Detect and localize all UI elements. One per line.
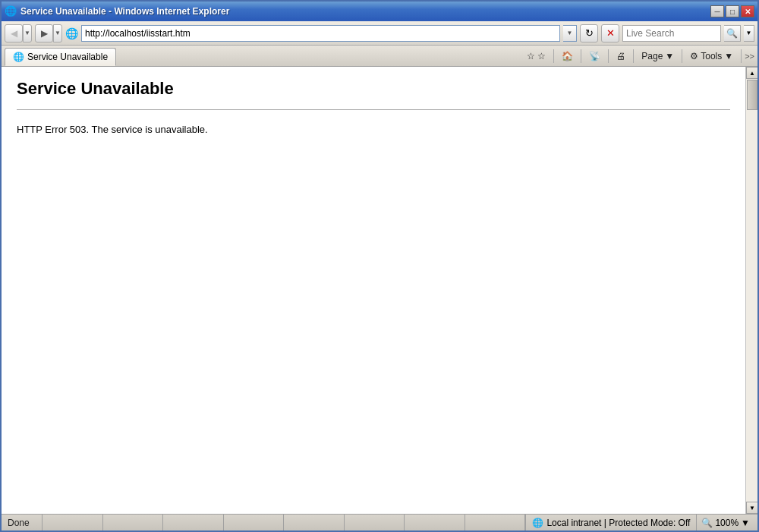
print-button[interactable]: 🖨 [612,48,630,65]
page-dropdown-icon: ▼ [665,51,674,61]
status-segment-8 [465,515,526,530]
toolbar-separator-4 [633,49,634,63]
address-bar-container: 🌐 ▼ [65,25,577,42]
tab-bar-right: ☆ ☆ 🏠 📡 🖨 Page ▼ ⚙ Tools [522,48,754,66]
search-input[interactable] [622,25,721,42]
content-area: Service Unavailable HTTP Error 503. The … [2,67,757,514]
toolbar-separator-6 [741,49,742,63]
status-segment-6 [344,515,405,530]
status-segment-1 [42,515,103,530]
status-segment-4 [223,515,285,530]
tools-icon: ⚙ [690,51,698,61]
favorites-star2-icon: ☆ [537,51,546,61]
zoom-icon: 🔍 [701,518,713,528]
search-button[interactable]: 🔍 [724,25,741,42]
title-bar-buttons: ─ □ ✕ [710,5,754,17]
browser-icon: 🌐 [5,5,17,17]
tools-dropdown-icon: ▼ [724,51,733,61]
toolbar-expand[interactable]: >> [745,52,754,61]
scrollbar-track-area [746,111,757,502]
address-dropdown[interactable]: ▼ [563,25,577,42]
scrollbar-down-arrow[interactable]: ▼ [746,502,757,514]
security-globe-icon: 🌐 [532,518,543,528]
tab-label: Service Unavailable [27,52,108,62]
status-segment-5 [283,515,345,530]
error-text: HTTP Error 503. The service is unavailab… [17,124,730,135]
status-segment-7 [404,515,465,530]
content-divider [17,109,730,110]
title-bar-left: 🌐 Service Unavailable - Windows Internet… [5,5,229,17]
toolbar-separator-3 [608,49,609,63]
status-segment-3 [162,515,224,530]
home-button[interactable]: 🏠 [557,48,578,65]
toolbar-separator-5 [682,49,682,63]
status-segments [43,515,525,530]
tab-bar-left: 🌐 Service Unavailable [5,48,116,66]
favorites-button[interactable]: ☆ ☆ [522,48,550,65]
window-title: Service Unavailable - Windows Internet E… [20,6,229,17]
zoom-text: 100% [715,518,739,528]
status-security: 🌐 Local intranet | Protected Mode: Off [525,515,696,530]
scrollbar[interactable]: ▲ ▼ [745,67,757,514]
close-button[interactable]: ✕ [741,5,754,17]
tab-bar: 🌐 Service Unavailable ☆ ☆ 🏠 📡 🖨 [2,46,757,67]
print-icon: 🖨 [616,51,625,61]
zoom-dropdown-icon[interactable]: ▼ [741,518,750,528]
maximize-button[interactable]: □ [726,5,739,17]
feeds-button[interactable]: 📡 [584,48,605,65]
status-text: Done [5,518,43,528]
page-title: Service Unavailable [17,79,730,99]
content-body: Service Unavailable HTTP Error 503. The … [2,67,745,514]
page-button[interactable]: Page ▼ [637,48,679,65]
address-input[interactable] [81,25,560,42]
address-icon: 🌐 [65,27,78,39]
minimize-button[interactable]: ─ [710,5,724,17]
scrollbar-thumb[interactable] [747,80,757,110]
nav-bar: ◀ ▼ ▶ ▼ 🌐 ▼ ↻ ✕ 🔍 ▼ [2,21,757,46]
title-bar: 🌐 Service Unavailable - Windows Internet… [2,2,757,21]
forward-dropdown[interactable]: ▼ [53,24,62,42]
home-icon: 🏠 [562,51,573,61]
refresh-button[interactable]: ↻ [580,24,598,42]
favorites-star-icon: ☆ [527,51,535,61]
status-bar: Done 🌐 Local intranet | Protected Mode: … [2,514,757,530]
tools-label: Tools [701,51,722,61]
stop-button[interactable]: ✕ [601,24,619,42]
tools-button[interactable]: ⚙ Tools ▼ [685,48,738,65]
back-button[interactable]: ◀ [5,24,23,42]
tab-service-unavailable[interactable]: 🌐 Service Unavailable [5,48,116,66]
browser-window: 🌐 Service Unavailable - Windows Internet… [0,0,759,532]
toolbar-separator-2 [581,49,581,63]
feeds-icon: 📡 [589,51,600,61]
toolbar-separator-1 [553,49,554,63]
status-segment-2 [102,515,164,530]
tab-icon: 🌐 [13,52,24,62]
security-text: Local intranet | Protected Mode: Off [546,518,690,528]
search-dropdown[interactable]: ▼ [744,25,754,42]
forward-button[interactable]: ▶ [35,24,53,42]
back-dropdown[interactable]: ▼ [23,24,32,42]
page-label: Page [641,51,663,61]
scrollbar-up-arrow[interactable]: ▲ [746,67,757,79]
status-zoom[interactable]: 🔍 100% ▼ [696,515,754,530]
